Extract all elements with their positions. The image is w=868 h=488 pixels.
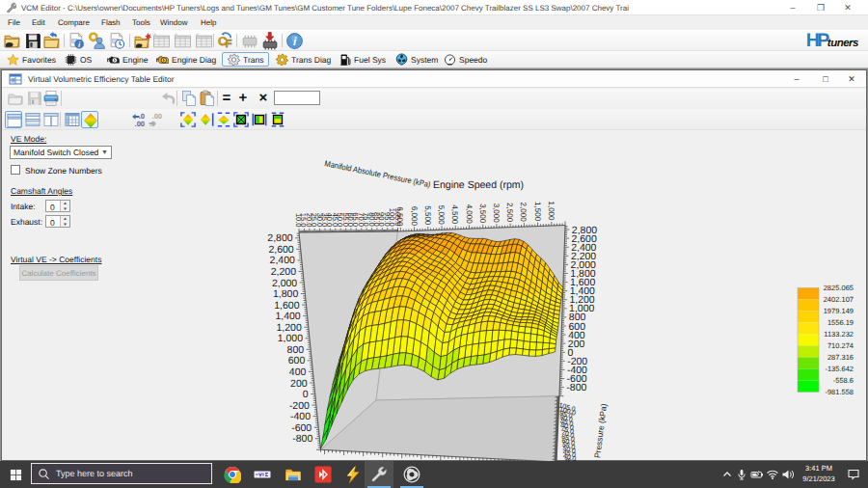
taskbar-app-vcm-scanner[interactable] xyxy=(309,461,338,488)
minimize-button[interactable]: – xyxy=(780,0,805,15)
dec-less-button[interactable] xyxy=(129,111,147,128)
dec-more-button[interactable] xyxy=(147,111,164,128)
taskbar-app-media-app[interactable] xyxy=(248,461,277,488)
tab-engine[interactable]: Engine xyxy=(104,52,150,67)
mesh-x-button[interactable] xyxy=(232,111,250,128)
tray-action-center[interactable] xyxy=(843,461,864,488)
view-hsplit-button[interactable] xyxy=(24,111,41,128)
menu-help[interactable]: Help xyxy=(201,18,216,27)
view-single-button[interactable] xyxy=(5,111,22,128)
file-explorer-icon xyxy=(285,466,302,483)
toolbar-separator xyxy=(129,34,130,47)
tab-system[interactable]: System xyxy=(393,52,441,67)
editor-minimize-button[interactable]: – xyxy=(785,71,808,87)
color-legend: 2825.0652402.1071979.1491556.191133.2327… xyxy=(798,284,854,396)
bands-v-button[interactable] xyxy=(251,111,268,128)
tray-speaker[interactable] xyxy=(779,461,797,488)
rotate-3d-button[interactable] xyxy=(198,111,215,128)
paste-button[interactable] xyxy=(199,90,216,107)
table-3-button[interactable] xyxy=(195,32,213,50)
taskbar-clock[interactable]: 3:41 PM 9/21/2023 xyxy=(797,463,841,485)
expression-input[interactable] xyxy=(274,91,320,105)
info-button[interactable] xyxy=(285,32,304,50)
close-button[interactable]: ✕ xyxy=(835,0,860,15)
open-file-button[interactable] xyxy=(3,32,21,50)
start-button[interactable] xyxy=(0,461,31,488)
svg-text:2,800: 2,800 xyxy=(267,232,292,244)
menu-tools[interactable]: Tools xyxy=(132,18,150,27)
tab-trans-diag[interactable]: Trans Diag xyxy=(273,52,334,67)
svg-text:3,000: 3,000 xyxy=(492,203,501,224)
table-2-button[interactable] xyxy=(174,32,192,50)
fit-3d-icon xyxy=(180,112,196,127)
taskbar-app-vcm-editor[interactable] xyxy=(365,461,393,488)
save-file-button[interactable] xyxy=(24,32,42,50)
copy-button[interactable] xyxy=(180,90,198,107)
legend-value: 1133.232 xyxy=(824,330,854,339)
multiply-button[interactable]: × xyxy=(255,90,272,107)
taskbar-app-chrome[interactable] xyxy=(218,461,247,488)
undo-button[interactable] xyxy=(159,90,176,107)
menu-edit[interactable]: Edit xyxy=(32,18,45,27)
view-surface-button[interactable] xyxy=(81,111,98,128)
tray-microphone[interactable] xyxy=(734,461,749,488)
bands-h-button[interactable] xyxy=(269,111,286,128)
menu-compare[interactable]: Compare xyxy=(58,18,90,27)
view-table-icon xyxy=(65,112,80,127)
menu-window[interactable]: Window xyxy=(160,18,187,27)
fit-3d-button[interactable] xyxy=(179,111,197,128)
tab-engine-diag[interactable]: Engine Diag xyxy=(153,52,219,67)
read-vehicle-button[interactable] xyxy=(240,32,258,50)
toolbar-separator xyxy=(64,34,65,47)
file-history-button[interactable] xyxy=(108,32,126,50)
taskbar-search[interactable]: Type here to search xyxy=(31,463,212,484)
mesh-x-icon xyxy=(233,112,249,127)
file-info-button[interactable] xyxy=(68,32,86,50)
open-icon xyxy=(7,90,24,107)
speedometer-icon xyxy=(444,53,456,66)
tab-fuel-sys[interactable]: Fuel Sys xyxy=(336,52,389,67)
gear-gray-icon xyxy=(228,53,240,66)
menu-flash[interactable]: Flash xyxy=(101,18,121,27)
menu-file[interactable]: File xyxy=(8,18,20,27)
compare-cf-button[interactable] xyxy=(217,32,235,50)
svg-text:-600: -600 xyxy=(291,422,312,434)
tab-os[interactable]: OS xyxy=(62,52,95,67)
print-button[interactable] xyxy=(42,90,60,107)
menu-bar: FileEditCompareFlashToolsWindowHelp xyxy=(0,15,868,30)
license-key-button[interactable] xyxy=(88,32,106,50)
view-table-button[interactable] xyxy=(64,111,81,128)
tab-label: Engine xyxy=(122,55,148,65)
editor-close-button[interactable]: ✕ xyxy=(840,71,863,87)
view-vsplit-button[interactable] xyxy=(42,111,60,128)
new-compare-button[interactable] xyxy=(133,32,151,50)
taskbar-app-file-explorer[interactable] xyxy=(279,461,308,488)
vcm-editor-app-icon xyxy=(5,2,16,14)
tray-chevron-up[interactable] xyxy=(719,461,735,488)
editor-maximize-button[interactable]: □ xyxy=(814,71,837,87)
save-button[interactable] xyxy=(26,90,43,107)
flatten-3d-button[interactable] xyxy=(215,111,232,128)
vcm-editor-icon xyxy=(370,466,388,483)
close-file-button[interactable] xyxy=(42,32,61,50)
editor-title: Virtual Volumetric Efficiency Table Edit… xyxy=(28,74,175,84)
legend-value: 2825.065 xyxy=(824,284,854,292)
tab-favorites[interactable]: Favorites xyxy=(4,52,59,67)
svg-text:2,500: 2,500 xyxy=(505,203,514,223)
open-button[interactable] xyxy=(7,90,24,107)
write-vehicle-button[interactable] xyxy=(260,32,279,50)
vve-surface-chart[interactable]: 10.015.020.025.030.035.040.045.050.055.0… xyxy=(2,130,866,461)
plus-button[interactable]: + xyxy=(234,90,252,107)
tab-speedo[interactable]: Speedo xyxy=(441,52,490,67)
taskbar-app-vcm-flash[interactable] xyxy=(339,461,367,488)
table-1-button[interactable] xyxy=(152,32,171,50)
equals-button[interactable]: = xyxy=(218,90,235,107)
tab-label: OS xyxy=(80,55,92,65)
taskbar-app-obs[interactable] xyxy=(397,461,426,488)
fan-icon xyxy=(395,53,408,66)
save-icon xyxy=(26,90,43,107)
tab-trans[interactable]: Trans xyxy=(222,52,269,67)
window-title: VCM Editor - C:\Users\owner\Documents\HP… xyxy=(21,4,629,13)
maximize-button[interactable]: ❐ xyxy=(808,0,833,15)
editor-toolbar-row2 xyxy=(2,109,866,130)
